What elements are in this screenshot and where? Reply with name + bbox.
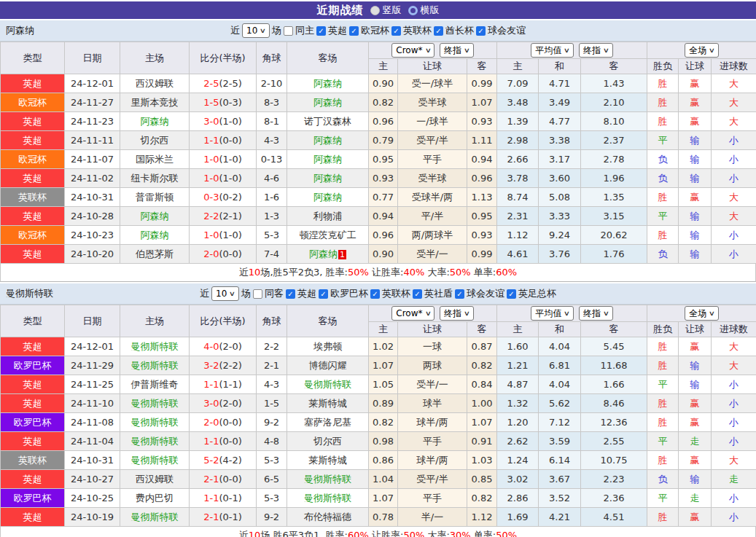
result-scope-select-0[interactable]: 全场∨ <box>685 43 719 58</box>
average-source-select-0[interactable]: 平均值∨ <box>531 43 574 58</box>
match-date: 24-10-25 <box>65 489 120 508</box>
average-source-select-1[interactable]: 终指∨ <box>579 43 613 58</box>
chevron-down-icon: ∨ <box>564 307 570 319</box>
col-outcome: 胜负 <box>647 59 679 74</box>
handicap-line: 平手 <box>398 150 467 169</box>
summary-text-run: 50% <box>403 530 424 537</box>
summary-text-run: 10 <box>249 530 261 537</box>
league-filter-checkbox-2[interactable]: ✓ <box>370 289 380 299</box>
home-team-cell: 伊普斯维奇 <box>120 375 190 394</box>
handicap-away-odds: 1.11 <box>467 131 497 150</box>
col-cover: 让球 <box>679 59 712 74</box>
league-filter-checkbox-0[interactable]: ✓ <box>286 289 295 299</box>
goals-cell: 大 <box>712 74 756 93</box>
average-source-select-1[interactable]: 终指∨ <box>579 306 613 321</box>
league-filter-checkbox-3[interactable]: ✓ <box>434 26 443 36</box>
col-date: 日期 <box>65 305 120 337</box>
handicap-line: 受平/半 <box>398 131 467 150</box>
outcome-cell: 负 <box>647 169 679 188</box>
home-team-cell: 切尔西 <box>120 131 190 150</box>
league-badge: 欧冠杯 <box>1 93 65 112</box>
league-filter-checkbox-0[interactable]: ✓ <box>316 26 326 36</box>
checkmark-icon: ✓ <box>287 289 293 299</box>
checkmark-icon: ✓ <box>414 289 420 299</box>
chevron-down-icon: ∨ <box>464 44 470 56</box>
corner-cell: 4-8 <box>257 432 287 451</box>
fulltime-score: 1-1 <box>203 436 219 447</box>
halftime-score: (0-1) <box>219 493 241 503</box>
handicap-home-odds: 1.04 <box>369 470 398 489</box>
avg-home-odds: 2.66 <box>497 150 539 169</box>
avg-draw-odds: 4.71 <box>539 74 581 93</box>
halftime-score: (0-1) <box>219 511 241 522</box>
halftime-score: (2-0) <box>219 398 241 409</box>
average-dropdown-group: 平均值∨终指∨ <box>497 43 647 58</box>
same-venue-checkbox[interactable] <box>253 289 262 299</box>
goals-cell: 大 <box>712 188 756 207</box>
avg-away-odds: 1.43 <box>581 74 647 93</box>
radio-vertical-layout[interactable]: 竖版 <box>370 4 402 17</box>
outcome-cell: 负 <box>647 470 679 489</box>
dropdown-label: 终指 <box>444 44 461 56</box>
home-team-cell: 曼彻斯特联 <box>120 337 190 356</box>
handicap-line: 球半 <box>398 394 467 413</box>
handicap-dropdowns: Crow*∨终指∨ <box>369 42 497 59</box>
home-team-cell: 曼彻斯特联 <box>120 394 190 413</box>
matches-count-value: 10 <box>216 288 227 299</box>
fulltime-score: 2-1 <box>203 511 219 522</box>
handicap-source-select-1[interactable]: 终指∨ <box>440 306 474 321</box>
league-filter-checkbox-2[interactable]: ✓ <box>391 26 401 36</box>
league-filter-checkbox-1[interactable]: ✓ <box>349 26 359 36</box>
matches-count-select[interactable]: 10∨ <box>211 286 239 301</box>
fulltime-score: 4-0 <box>203 341 219 352</box>
handicap-home-odds: 0.94 <box>369 207 398 226</box>
score-cell: 3-2(2-2) <box>190 356 257 375</box>
cover-cell: 输 <box>679 245 712 264</box>
avg-home-odds: 1.39 <box>497 112 539 131</box>
handicap-source-select-0[interactable]: Crow*∨ <box>391 306 434 321</box>
fulltime-score: 1-0 <box>203 230 219 240</box>
fulltime-score: 1-1 <box>203 379 219 390</box>
avg-away-odds: 1.76 <box>581 245 647 264</box>
avg-away-odds: 20.62 <box>581 226 647 245</box>
matches-count-select[interactable]: 10∨ <box>242 23 270 38</box>
chevron-down-icon: ∨ <box>709 307 715 319</box>
summary-text-run: 场,胜6平3负1, 胜率: <box>260 530 348 537</box>
outcome-cell: 胜 <box>647 74 679 93</box>
home-team-cell: 伯恩茅斯 <box>120 245 190 264</box>
avg-draw-odds: 3.59 <box>539 432 581 451</box>
average-dropdown-group: 平均值∨终指∨ <box>497 306 647 321</box>
league-filter-checkbox-5[interactable]: ✓ <box>507 289 516 299</box>
handicap-line: 平手 <box>398 489 467 508</box>
goals-cell: 小 <box>712 226 756 245</box>
avg-away-odds: 5.45 <box>581 337 647 356</box>
summary-text-run: 10 <box>249 267 261 278</box>
match-row: 英超24-10-19曼彻斯特联2-1(0-1)9-2布伦特福德0.78半/一1.… <box>1 508 756 527</box>
league-badge: 英超 <box>1 432 65 451</box>
away-team-cell: 阿森纳 <box>287 188 369 207</box>
avg-away-odds: 1.66 <box>581 375 647 394</box>
average-source-select-0[interactable]: 平均值∨ <box>531 306 574 321</box>
league-filter-checkbox-4[interactable]: ✓ <box>476 26 486 36</box>
match-row: 英联杯24-10-31曼彻斯特联5-2(4-2)5-3莱斯特城0.86球半/两1… <box>1 451 756 470</box>
col-handicap-line: 让球 <box>398 59 467 74</box>
handicap-away-odds: 0.82 <box>467 489 497 508</box>
radio-unselected-icon <box>370 6 380 15</box>
result-dropdowns: 全场∨ <box>647 305 756 322</box>
match-date: 24-10-31 <box>65 451 120 470</box>
same-venue-checkbox[interactable] <box>284 26 293 36</box>
league-filter-checkbox-4[interactable]: ✓ <box>455 289 464 299</box>
result-scope-select-0[interactable]: 全场∨ <box>685 306 719 321</box>
handicap-source-select-0[interactable]: Crow*∨ <box>391 43 434 58</box>
dropdown-label: 平均值 <box>535 44 561 56</box>
handicap-line: 受半球 <box>398 93 467 112</box>
page-title: 近期战绩 <box>317 4 364 17</box>
league-badge: 英联杯 <box>1 451 65 470</box>
handicap-source-select-1[interactable]: 终指∨ <box>440 43 474 58</box>
league-filter-checkbox-3[interactable]: ✓ <box>413 289 422 299</box>
home-team-cell: 曼彻斯特联 <box>120 451 190 470</box>
league-filter-checkbox-1[interactable]: ✓ <box>319 289 328 299</box>
radio-horizontal-layout[interactable]: 横版 <box>408 4 440 17</box>
match-row: 欧冠杯24-10-23阿森纳1-0(1-0)5-3顿涅茨克矿工0.96两/两球半… <box>1 226 756 245</box>
match-row: 英超24-11-02纽卡斯尔联1-0(1-0)4-6阿森纳0.93受半球0.96… <box>1 169 756 188</box>
